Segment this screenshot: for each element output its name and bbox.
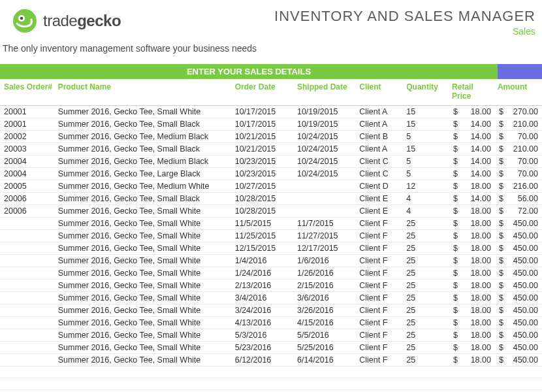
cell-amount[interactable]: $450.00 — [495, 329, 542, 341]
table-row[interactable]: Summer 2016, Gecko Tee, Small White1/24/… — [0, 267, 542, 279]
cell-shipped-date[interactable]: 6/14/2016 — [295, 353, 357, 366]
cell-order[interactable]: 20005 — [0, 180, 56, 192]
col-order-date[interactable]: Order Date — [232, 79, 295, 105]
table-row-empty[interactable] — [0, 366, 542, 378]
cell-product[interactable]: Summer 2016, Gecko Tee, Small White — [56, 291, 232, 304]
cell-product[interactable]: Summer 2016, Gecko Tee, Small White — [56, 329, 232, 341]
cell-shipped-date[interactable]: 2/15/2016 — [295, 279, 357, 291]
cell-amount[interactable]: $450.00 — [495, 279, 542, 291]
table-row[interactable]: 20001Summer 2016, Gecko Tee, Small White… — [0, 105, 542, 118]
cell-shipped-date[interactable]: 10/24/2015 — [295, 142, 357, 155]
cell-order-date[interactable]: 12/15/2015 — [232, 242, 295, 254]
cell-order-date[interactable]: 6/12/2016 — [232, 353, 295, 366]
table-row[interactable]: Summer 2016, Gecko Tee, Small White1/4/2… — [0, 254, 542, 267]
cell-product[interactable]: Summer 2016, Gecko Tee, Small White — [56, 279, 232, 291]
cell-product[interactable]: Summer 2016, Gecko Tee, Small White — [56, 242, 232, 254]
cell-order[interactable]: 20001 — [0, 105, 56, 118]
cell-qty[interactable]: 25 — [404, 316, 449, 329]
table-row[interactable]: 20003Summer 2016, Gecko Tee, Small Black… — [0, 142, 542, 155]
cell-product[interactable]: Summer 2016, Gecko Tee, Medium Black — [56, 130, 232, 142]
cell-shipped-date[interactable]: 1/6/2016 — [295, 254, 357, 267]
cell-price[interactable]: $14.00 — [449, 118, 495, 130]
cell-price[interactable]: $18.00 — [449, 180, 495, 192]
cell-order-date[interactable]: 10/21/2015 — [232, 130, 295, 142]
cell-order[interactable] — [0, 217, 56, 229]
cell-qty[interactable]: 4 — [404, 204, 449, 217]
cell-order-date[interactable]: 10/21/2015 — [232, 142, 295, 155]
cell-amount[interactable]: $450.00 — [495, 254, 542, 267]
cell-order-date[interactable]: 11/5/2015 — [232, 217, 295, 229]
cell-shipped-date[interactable]: 10/24/2015 — [295, 167, 357, 180]
cell-order[interactable]: 20006 — [0, 192, 56, 204]
cell-amount[interactable]: $450.00 — [495, 353, 542, 366]
cell-price[interactable]: $14.00 — [449, 142, 495, 155]
cell-price[interactable]: $18.00 — [449, 291, 495, 304]
cell-amount[interactable]: $210.00 — [495, 118, 542, 130]
cell-client[interactable]: Client C — [357, 167, 404, 180]
cell-product[interactable]: Summer 2016, Gecko Tee, Small White — [56, 254, 232, 267]
cell-client[interactable]: Client F — [357, 304, 404, 316]
cell-qty[interactable]: 15 — [404, 142, 449, 155]
cell-shipped-date[interactable] — [295, 204, 357, 217]
cell-qty[interactable]: 5 — [404, 155, 449, 167]
cell-client[interactable]: Client A — [357, 118, 404, 130]
cell-product[interactable]: Summer 2016, Gecko Tee, Small White — [56, 304, 232, 316]
cell-client[interactable]: Client F — [357, 291, 404, 304]
cell-order-date[interactable]: 3/24/2016 — [232, 304, 295, 316]
cell-product[interactable]: Summer 2016, Gecko Tee, Small Black — [56, 142, 232, 155]
table-row[interactable]: Summer 2016, Gecko Tee, Small White2/13/… — [0, 279, 542, 291]
cell-order-date[interactable]: 10/17/2015 — [232, 105, 295, 118]
cell-shipped-date[interactable]: 10/19/2015 — [295, 105, 357, 118]
table-row[interactable]: 20004Summer 2016, Gecko Tee, Large Black… — [0, 167, 542, 180]
cell-product[interactable]: Summer 2016, Gecko Tee, Small White — [56, 204, 232, 217]
cell-order-date[interactable]: 11/25/2015 — [232, 229, 295, 242]
cell-order-date[interactable]: 1/24/2016 — [232, 267, 295, 279]
cell-amount[interactable]: $450.00 — [495, 217, 542, 229]
col-retail-price[interactable]: Retail Price — [449, 79, 495, 105]
cell-client[interactable]: Client A — [357, 105, 404, 118]
cell-shipped-date[interactable]: 3/26/2016 — [295, 304, 357, 316]
table-row[interactable]: Summer 2016, Gecko Tee, Small White3/24/… — [0, 304, 542, 316]
cell-qty[interactable]: 25 — [404, 267, 449, 279]
cell-qty[interactable]: 12 — [404, 180, 449, 192]
cell-shipped-date[interactable] — [295, 180, 357, 192]
cell-price[interactable]: $14.00 — [449, 130, 495, 142]
cell-price[interactable]: $18.00 — [449, 353, 495, 366]
cell-amount[interactable]: $450.00 — [495, 304, 542, 316]
cell-qty[interactable]: 4 — [404, 192, 449, 204]
cell-order-date[interactable]: 3/4/2016 — [232, 291, 295, 304]
cell-order[interactable] — [0, 229, 56, 242]
cell-qty[interactable]: 25 — [404, 341, 449, 353]
cell-product[interactable]: Summer 2016, Gecko Tee, Medium Black — [56, 155, 232, 167]
table-row[interactable]: 20006Summer 2016, Gecko Tee, Small Black… — [0, 192, 542, 204]
cell-shipped-date[interactable]: 10/24/2015 — [295, 130, 357, 142]
cell-order[interactable] — [0, 353, 56, 366]
cell-product[interactable]: Summer 2016, Gecko Tee, Small White — [56, 217, 232, 229]
cell-client[interactable]: Client F — [357, 267, 404, 279]
cell-client[interactable]: Client E — [357, 204, 404, 217]
table-row[interactable]: 20001Summer 2016, Gecko Tee, Small Black… — [0, 118, 542, 130]
cell-qty[interactable]: 25 — [404, 353, 449, 366]
cell-qty[interactable]: 5 — [404, 167, 449, 180]
table-row[interactable]: Summer 2016, Gecko Tee, Small White4/13/… — [0, 316, 542, 329]
cell-price[interactable]: $18.00 — [449, 217, 495, 229]
cell-shipped-date[interactable]: 3/6/2016 — [295, 291, 357, 304]
cell-order[interactable] — [0, 242, 56, 254]
cell-price[interactable]: $18.00 — [449, 204, 495, 217]
cell-order-date[interactable]: 5/23/2016 — [232, 341, 295, 353]
cell-qty[interactable]: 25 — [404, 279, 449, 291]
cell-client[interactable]: Client F — [357, 242, 404, 254]
cell-order[interactable]: 20006 — [0, 204, 56, 217]
cell-client[interactable]: Client B — [357, 130, 404, 142]
cell-amount[interactable]: $270.00 — [495, 105, 542, 118]
table-row[interactable]: Summer 2016, Gecko Tee, Small White12/15… — [0, 242, 542, 254]
cell-order[interactable]: 20002 — [0, 130, 56, 142]
cell-order[interactable]: 20001 — [0, 118, 56, 130]
col-quantity[interactable]: Quantity — [404, 79, 449, 105]
cell-qty[interactable]: 25 — [404, 329, 449, 341]
cell-qty[interactable]: 25 — [404, 254, 449, 267]
cell-price[interactable]: $18.00 — [449, 316, 495, 329]
cell-price[interactable]: $18.00 — [449, 341, 495, 353]
cell-product[interactable]: Summer 2016, Gecko Tee, Small White — [56, 105, 232, 118]
cell-client[interactable]: Client D — [357, 180, 404, 192]
